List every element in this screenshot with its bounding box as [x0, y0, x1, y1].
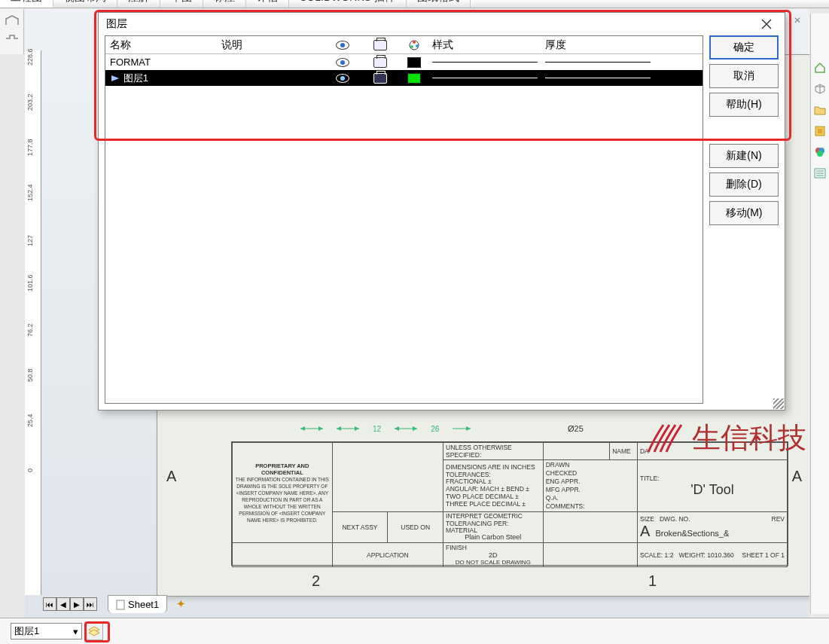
col-color[interactable]	[399, 38, 429, 53]
col-visibility[interactable]	[324, 39, 361, 51]
tab-sketch[interactable]: 草图	[160, 0, 203, 8]
right-task-pane	[810, 14, 829, 614]
tb-three: THREE PLACE DECIMAL ±	[446, 500, 526, 508]
dim-arrow-icon	[337, 424, 359, 433]
printer-icon	[373, 57, 387, 68]
cancel-button[interactable]: 取消	[709, 64, 779, 88]
tb-ang: ANGULAR: MACH ± BEND ±	[446, 485, 529, 493]
svg-marker-17	[413, 426, 417, 431]
tb-rev-label: REV	[772, 515, 785, 523]
tb-proprietary-header: PROPRIETARY AND CONFIDENTIAL	[255, 462, 309, 476]
layer-thickness[interactable]	[542, 60, 655, 65]
tb-nextassy: NEXT ASSY	[332, 512, 388, 543]
tb-frac: FRACTIONAL ±	[446, 478, 492, 485]
dialog-titlebar[interactable]: 图层	[99, 13, 785, 35]
layer-desc[interactable]	[218, 77, 324, 80]
first-sheet-button[interactable]: ⏮	[43, 597, 56, 611]
step-tool-icon[interactable]	[4, 32, 20, 45]
tb-date-hdr: DA	[637, 443, 787, 460]
tab-drawing[interactable]: 工程图	[0, 0, 53, 8]
ruler-tick: 0	[26, 469, 34, 472]
layers-dialog-button[interactable]	[85, 622, 103, 640]
appearance-icon[interactable]	[812, 122, 828, 140]
dim-arrow-icon	[395, 424, 417, 433]
layer-print-toggle[interactable]	[361, 72, 399, 85]
help-button[interactable]: 帮助(H)	[709, 93, 779, 117]
ruler-tick: 50.8	[26, 368, 34, 382]
layer-row[interactable]: 图层1	[105, 70, 703, 86]
tb-finish: FINISH	[446, 544, 467, 551]
folder-icon[interactable]	[812, 101, 828, 119]
active-layer-arrow-icon	[110, 74, 120, 83]
tab-dimension[interactable]: 标注	[203, 0, 246, 8]
layer-print-toggle[interactable]	[361, 56, 399, 69]
tb-size-v: A	[640, 523, 650, 539]
layer-style[interactable]	[429, 60, 542, 65]
layer-color-swatch[interactable]	[399, 72, 429, 85]
sheet-tab[interactable]: Sheet1	[108, 595, 167, 613]
tb-dimin: DIMENSIONS ARE IN INCHES	[446, 463, 535, 471]
tab-evaluate[interactable]: 评估	[246, 0, 289, 8]
svg-rect-20	[117, 600, 124, 609]
tab-viewlayout[interactable]: 视图布局	[53, 0, 117, 8]
tb-title-value: 'D' Tool	[640, 482, 785, 498]
layer-visibility-toggle[interactable]	[324, 56, 361, 69]
svg-rect-1	[818, 129, 822, 133]
color-icon[interactable]	[812, 143, 828, 161]
layer-name[interactable]: 图层1	[105, 70, 218, 87]
delete-button[interactable]: 删除(D)	[709, 172, 779, 197]
layer-thickness[interactable]	[542, 76, 655, 81]
tb-name-hdr: NAME	[610, 443, 638, 460]
sheet-tab-label: Sheet1	[128, 599, 159, 610]
printer-icon	[373, 73, 387, 84]
dialog-close-button[interactable]	[756, 16, 777, 32]
ruler-tick: 177.8	[26, 139, 34, 156]
status-bar: 图层1 ▾	[0, 618, 829, 644]
layer-visibility-toggle[interactable]	[324, 72, 361, 84]
resize-grip[interactable]	[773, 398, 784, 409]
home-icon[interactable]	[812, 59, 828, 77]
col-name[interactable]: 名称	[105, 37, 218, 53]
tab-annotation[interactable]: 注解	[117, 0, 160, 8]
left-tool-column	[0, 9, 24, 54]
add-sheet-button[interactable]: ✦	[172, 596, 190, 612]
shape-tool-icon[interactable]	[4, 14, 20, 27]
ruler-tick: 203.2	[26, 93, 34, 111]
dim-arrow-icon	[300, 424, 323, 433]
ok-button[interactable]: 确定	[709, 35, 779, 60]
tb-drawn: DRAWN	[546, 461, 570, 469]
next-sheet-button[interactable]: ▶	[70, 597, 84, 611]
tb-weight: WEIGHT: 1010.360	[678, 551, 733, 559]
dialog-button-column: 确定 取消 帮助(H) 新建(N) 删除(D) 移动(M)	[709, 35, 779, 404]
list-icon[interactable]	[812, 164, 828, 182]
tb-unless: UNLESS OTHERWISE SPECIFIED:	[443, 443, 544, 460]
tb-checked: CHECKED	[546, 469, 578, 477]
ruler-tick: 76.2	[26, 323, 34, 337]
vertical-ruler: 228.6 203.2 177.8 152.4 127 101.6 76.2 5…	[25, 50, 41, 595]
tb-noscale: DO NOT SCALE DRAWING	[446, 559, 541, 566]
close-document-button[interactable]: ✕	[790, 14, 805, 27]
layer-list[interactable]: 名称 说明 样式 厚度 FORMAT 图层1	[105, 35, 703, 404]
tb-engappr: ENG APPR.	[546, 478, 581, 485]
tab-sheetformat[interactable]: 图纸格式	[407, 0, 471, 8]
new-button[interactable]: 新建(N)	[709, 144, 779, 168]
col-thickness[interactable]: 厚度	[542, 37, 655, 53]
layer-style[interactable]	[429, 76, 542, 81]
svg-point-24	[413, 41, 416, 44]
last-sheet-button[interactable]: ⏭	[84, 597, 97, 611]
layer-desc[interactable]	[218, 61, 324, 64]
layer-name[interactable]: FORMAT	[105, 55, 218, 69]
prev-sheet-button[interactable]: ◀	[56, 597, 70, 611]
layer-row[interactable]: FORMAT	[105, 54, 703, 70]
col-print[interactable]	[361, 38, 399, 52]
col-style[interactable]: 样式	[429, 37, 542, 53]
layer-selector[interactable]: 图层1 ▾	[11, 623, 82, 639]
tab-sw-addins[interactable]: SOLIDWORKS 插件	[289, 0, 407, 8]
isometric-icon[interactable]	[812, 80, 828, 98]
col-desc[interactable]: 说明	[218, 37, 324, 53]
layer-color-swatch[interactable]	[399, 56, 429, 69]
tb-finish-v: 2D	[446, 551, 541, 559]
ruler-tick: 25.4	[26, 414, 34, 427]
diameter-value: Ø25	[568, 424, 584, 433]
move-button[interactable]: 移动(M)	[709, 201, 779, 225]
